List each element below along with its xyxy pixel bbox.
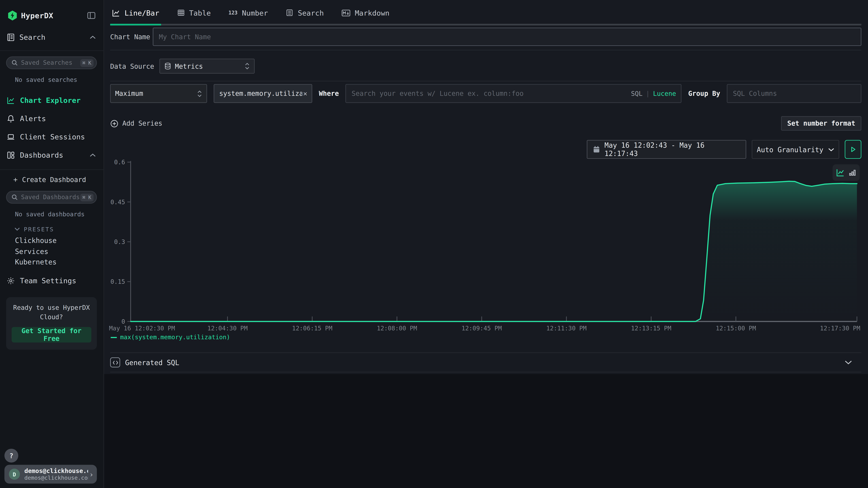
chevron-up-icon: [90, 153, 96, 157]
no-saved-dashboards-text: No saved dashboards: [15, 211, 104, 218]
svg-text:12:04:30 PM: 12:04:30 PM: [208, 325, 248, 332]
page-footer-background: [104, 374, 868, 488]
chevron-right-icon: ›: [89, 470, 93, 479]
main-content: Line/Bar Table 123 Number Search: [104, 0, 868, 488]
sidebar-item-team-settings[interactable]: Team Settings: [0, 274, 103, 287]
sidebar-item-label: Alerts: [20, 115, 46, 123]
tab-search[interactable]: Search: [284, 0, 325, 26]
bell-icon: [7, 115, 15, 123]
sidebar-item-dashboards[interactable]: Dashboards: [0, 146, 103, 164]
data-source-label: Data Source: [110, 62, 159, 70]
saved-searches-placeholder: Saved Searches: [21, 59, 80, 66]
no-saved-searches-text: No saved searches: [15, 76, 104, 84]
tab-markdown[interactable]: Markdown: [340, 0, 391, 26]
run-query-button[interactable]: [845, 140, 861, 159]
chart-toolbar-row: May 16 12:02:43 - May 16 12:17:43 Auto G…: [110, 140, 861, 159]
chevron-down-icon: [828, 148, 834, 151]
shortcut-badge: ⌘ K: [80, 193, 93, 201]
collapse-sidebar-button[interactable]: [87, 11, 96, 20]
user-menu[interactable]: D demos@clickhouse.com demos@clickhouse.…: [4, 465, 97, 484]
svg-text:0.45: 0.45: [111, 199, 125, 206]
search-icon: [11, 194, 18, 200]
preset-item-clickhouse[interactable]: Clickhouse: [15, 235, 104, 246]
create-dashboard-button[interactable]: + Create Dashboard: [13, 175, 86, 184]
user-workspace: demos@clickhouse.com's: [24, 475, 88, 481]
line-chart-icon: [7, 96, 15, 105]
saved-dashboards-placeholder: Saved Dashboards: [21, 194, 80, 201]
group-by-input[interactable]: [727, 84, 861, 103]
user-email: demos@clickhouse.com: [24, 467, 88, 475]
laptop-icon: [7, 133, 15, 141]
metric-token[interactable]: system.memory.utiliza ✕: [214, 84, 312, 103]
chart-legend[interactable]: max(system.memory.utilization): [111, 334, 230, 341]
sidebar-item-client-sessions[interactable]: Client Sessions: [0, 128, 103, 146]
get-started-button[interactable]: Get Started for Free: [11, 327, 91, 342]
help-button[interactable]: ?: [4, 449, 18, 463]
svg-text:0.6: 0.6: [114, 159, 125, 166]
sidebar-item-chart-explorer[interactable]: Chart Explorer: [0, 91, 103, 109]
search-icon: [11, 60, 18, 66]
remove-metric-button[interactable]: ✕: [302, 90, 308, 97]
sidebar-item-alerts[interactable]: Alerts: [0, 109, 103, 128]
avatar: D: [9, 469, 20, 480]
tab-label: Table: [189, 8, 211, 17]
timeseries-chart[interactable]: 00.150.30.450.6May 16 12:02:30 PM12:04:3…: [108, 159, 861, 337]
svg-text:0.15: 0.15: [111, 278, 125, 285]
aggregation-select[interactable]: Maximum: [110, 84, 207, 103]
legend-swatch: [111, 337, 117, 338]
hyperdx-logo-icon: [8, 10, 17, 21]
where-input-wrap: SQL | Lucene: [346, 84, 682, 103]
svg-text:12:09:45 PM: 12:09:45 PM: [462, 325, 502, 332]
sidebar-item-label: Dashboards: [20, 151, 63, 159]
logo-row: HyperDX: [0, 0, 103, 23]
shortcut-badge: ⌘ K: [80, 59, 93, 67]
data-source-select[interactable]: Metrics: [159, 59, 255, 73]
play-icon: [850, 146, 857, 153]
number-123-icon: 123: [228, 10, 238, 15]
lucene-mode-button[interactable]: Lucene: [653, 90, 676, 97]
tab-line-bar[interactable]: Line/Bar: [110, 0, 161, 26]
line-chart-icon: [112, 8, 120, 17]
tab-label: Markdown: [355, 8, 390, 17]
tab-label: Line/Bar: [125, 8, 159, 17]
query-language-toggle: SQL | Lucene: [631, 84, 676, 103]
svg-text:0: 0: [122, 318, 125, 325]
gear-icon: [7, 277, 15, 285]
presets-label: PRESETS: [24, 226, 54, 232]
sql-mode-button[interactable]: SQL: [631, 90, 643, 97]
set-number-format-button[interactable]: Set number format: [781, 116, 861, 131]
tab-number[interactable]: 123 Number: [227, 0, 270, 26]
chart-name-input[interactable]: [153, 28, 861, 46]
saved-searches-input[interactable]: Saved Searches ⌘ K: [6, 56, 97, 69]
saved-dashboards-input[interactable]: Saved Dashboards ⌘ K: [6, 191, 97, 203]
presets-toggle[interactable]: PRESETS: [14, 226, 104, 232]
sidebar-divider: [0, 51, 103, 51]
updown-chevrons-icon: [245, 63, 250, 70]
sidebar-section-search[interactable]: Search: [0, 29, 103, 45]
app-window: HyperDX Search Saved Searches ⌘ K: [0, 0, 868, 488]
data-source-value: Metrics: [175, 62, 203, 70]
database-icon: [164, 63, 171, 70]
sidebar: HyperDX Search Saved Searches ⌘ K: [0, 0, 104, 488]
plus-icon: +: [13, 175, 18, 184]
date-range-picker[interactable]: May 16 12:02:43 - May 16 12:17:43: [587, 140, 746, 159]
generated-sql-label: Generated SQL: [125, 358, 179, 366]
table-icon: [177, 9, 185, 17]
divider: [110, 81, 861, 81]
updown-chevrons-icon: [197, 90, 202, 97]
preset-item-kubernetes[interactable]: Kubernetes: [15, 257, 104, 267]
svg-text:12:11:30 PM: 12:11:30 PM: [546, 325, 587, 332]
tab-table[interactable]: Table: [175, 0, 213, 26]
calendar-icon: [593, 145, 600, 153]
code-icon: [110, 358, 120, 367]
granularity-select[interactable]: Auto Granularity: [752, 140, 839, 159]
add-series-button[interactable]: Add Series: [110, 119, 162, 128]
svg-text:12:17:30 PM: 12:17:30 PM: [820, 325, 860, 332]
generated-sql-toggle[interactable]: Generated SQL: [110, 353, 861, 372]
create-dashboard-label: Create Dashboard: [22, 176, 86, 184]
chevron-down-icon: [14, 227, 20, 231]
preset-item-services[interactable]: Services: [15, 246, 104, 257]
add-series-label: Add Series: [122, 120, 162, 127]
presets-list: Clickhouse Services Kubernetes: [0, 235, 103, 267]
brand-title: HyperDX: [21, 11, 53, 20]
